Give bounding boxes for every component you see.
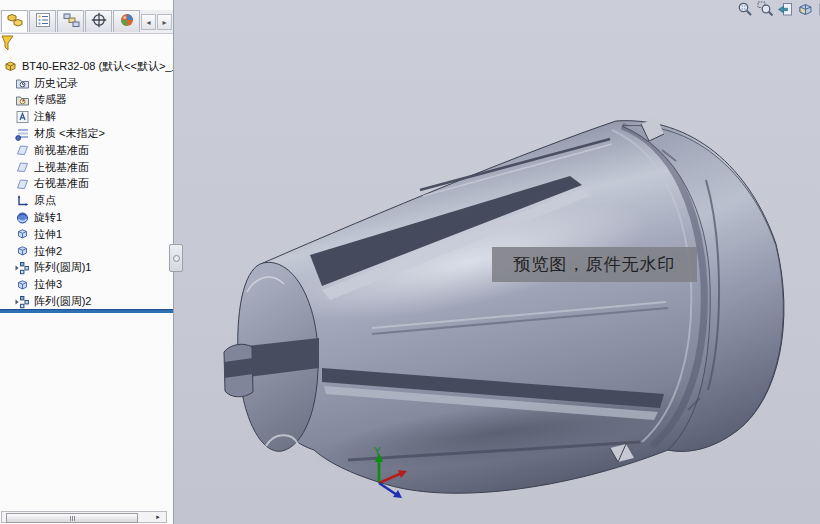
tree-item-label: 前视基准面 (34, 143, 89, 158)
tree-item-label: 原点 (34, 193, 56, 208)
tree-item-1[interactable]: 传感器 (0, 92, 173, 109)
tree-item-12[interactable]: 拉伸3 (0, 276, 173, 293)
panel-tab-bar: ◂▸ (0, 10, 173, 34)
scrollbar-right-arrow[interactable]: ▸ (152, 512, 164, 522)
plane-icon (15, 177, 30, 191)
extrude-icon (15, 227, 30, 241)
tree-pin-icon (1, 34, 15, 52)
section-view-button[interactable] (797, 3, 814, 20)
tab-scroll-right-button[interactable]: ▸ (157, 14, 172, 30)
tree-item-10[interactable]: 拉伸2 (0, 243, 173, 260)
tree-item-label: 拉伸2 (34, 244, 62, 259)
featuremanager-icon (6, 12, 24, 32)
configurationmanager-icon (62, 12, 80, 32)
solidworks-window: { "colors": { "viewport_bg": "#c6c9d3", … (0, 0, 820, 524)
annotations-icon (15, 110, 30, 124)
featuremanager-tab[interactable] (1, 10, 28, 32)
section-view-icon (797, 1, 814, 22)
orientation-triad: Y (360, 443, 420, 505)
zoom-to-area-button[interactable] (757, 3, 774, 20)
dimxpertmanager-icon (90, 12, 108, 32)
featuremanager-panel: ◂▸ BT40-ER32-08 (默认<<默认>_显示状历史记录传感器注解材质 … (0, 0, 174, 524)
propertymanager-icon (34, 12, 52, 32)
displaymanager-icon (118, 12, 136, 32)
material-icon (15, 127, 30, 141)
extrude-icon (15, 278, 30, 292)
watermark: 预览图，原件无水印 (492, 247, 697, 282)
tree-item-0[interactable]: 历史记录 (0, 75, 173, 92)
tree-item-label: 传感器 (34, 92, 67, 107)
tree-item-9[interactable]: 拉伸1 (0, 226, 173, 243)
zoom-to-fit-button[interactable] (737, 3, 754, 20)
rollback-bar[interactable] (0, 309, 173, 313)
origin-icon (15, 194, 30, 208)
tree-item-label: 阵列(圆周)1 (34, 260, 91, 275)
propertymanager-tab[interactable] (29, 10, 56, 32)
tree-item-label: 历史记录 (34, 76, 78, 91)
zoom-area-icon (757, 1, 774, 22)
tree-item-3[interactable]: 材质 <未指定> (0, 125, 173, 142)
configurationmanager-tab[interactable] (57, 10, 84, 32)
graphics-viewport[interactable]: 预览图，原件无水印 Y ▾▾▾▾ (174, 0, 820, 524)
tree-item-label: 材质 <未指定> (34, 126, 105, 141)
tree-horizontal-scrollbar[interactable]: ▸ (1, 511, 167, 523)
tree-item-6[interactable]: 右视基准面 (0, 176, 173, 193)
tree-item-7[interactable]: 原点 (0, 192, 173, 209)
tree-item-label: 拉伸3 (34, 277, 62, 292)
previous-view-icon (777, 1, 794, 22)
feature-tree: BT40-ER32-08 (默认<<默认>_显示状历史记录传感器注解材质 <未指… (0, 58, 173, 310)
tree-item-label: BT40-ER32-08 (默认<<默认>_显示状 (22, 59, 173, 74)
revolve-icon (15, 211, 30, 225)
tree-item-label: 拉伸1 (34, 227, 62, 242)
sensors-icon (15, 93, 30, 107)
history-folder-icon (15, 76, 30, 90)
circular-pattern-icon (15, 261, 30, 275)
tree-item-5[interactable]: 上视基准面 (0, 159, 173, 176)
tree-item-label: 注解 (34, 109, 56, 124)
tree-item-4[interactable]: 前视基准面 (0, 142, 173, 159)
tree-item-13[interactable]: 阵列(圆周)2 (0, 293, 173, 310)
previous-view-button[interactable] (777, 3, 794, 20)
tree-item-label: 旋转1 (34, 210, 62, 225)
tree-item-8[interactable]: 旋转1 (0, 209, 173, 226)
tree-item-label: 右视基准面 (34, 176, 89, 191)
plane-icon (15, 143, 30, 157)
heads-up-view-toolbar: ▾▾▾▾ (737, 3, 820, 20)
tree-item-root[interactable]: BT40-ER32-08 (默认<<默认>_显示状 (0, 58, 173, 75)
zoom-fit-icon (737, 1, 754, 22)
panel-splitter-handle[interactable] (169, 244, 183, 272)
plane-icon (15, 160, 30, 174)
tree-item-label: 阵列(圆周)2 (34, 294, 91, 309)
tree-item-label: 上视基准面 (34, 160, 89, 175)
tree-item-11[interactable]: 阵列(圆周)1 (0, 260, 173, 277)
extrude-icon (15, 244, 30, 258)
circular-pattern-icon (15, 295, 30, 309)
tab-scroll-left-button[interactable]: ◂ (141, 14, 156, 30)
tree-item-2[interactable]: 注解 (0, 108, 173, 125)
part-icon (3, 59, 18, 73)
displaymanager-tab[interactable] (113, 10, 140, 32)
scrollbar-thumb[interactable] (6, 513, 138, 523)
dimxpertmanager-tab[interactable] (85, 10, 112, 32)
